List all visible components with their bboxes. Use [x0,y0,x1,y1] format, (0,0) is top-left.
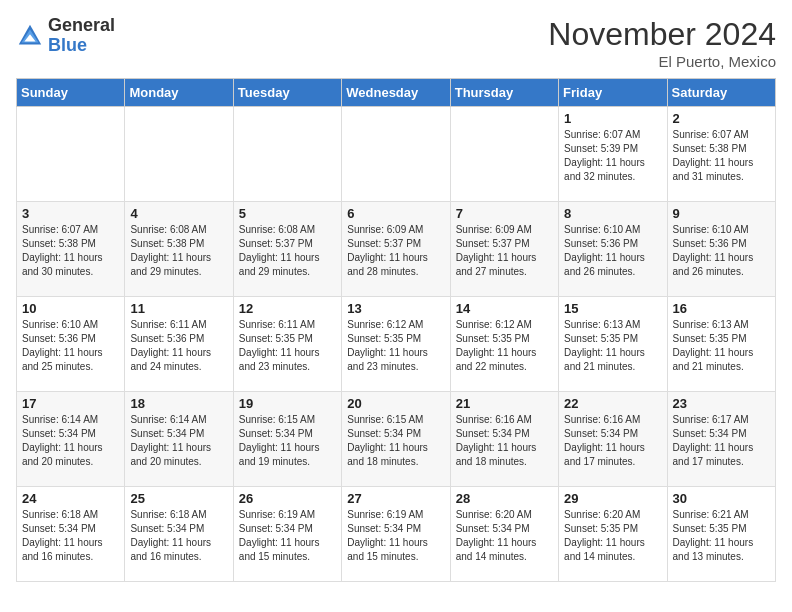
day-info: Sunrise: 6:13 AM Sunset: 5:35 PM Dayligh… [673,318,770,374]
calendar-cell: 14Sunrise: 6:12 AM Sunset: 5:35 PM Dayli… [450,297,558,392]
day-number: 27 [347,491,444,506]
logo: General Blue [16,16,115,56]
day-number: 15 [564,301,661,316]
calendar-cell: 3Sunrise: 6:07 AM Sunset: 5:38 PM Daylig… [17,202,125,297]
day-info: Sunrise: 6:15 AM Sunset: 5:34 PM Dayligh… [347,413,444,469]
calendar-cell: 25Sunrise: 6:18 AM Sunset: 5:34 PM Dayli… [125,487,233,582]
page-header: General Blue November 2024 El Puerto, Me… [16,16,776,70]
day-number: 2 [673,111,770,126]
calendar-cell: 23Sunrise: 6:17 AM Sunset: 5:34 PM Dayli… [667,392,775,487]
calendar-cell: 7Sunrise: 6:09 AM Sunset: 5:37 PM Daylig… [450,202,558,297]
day-number: 9 [673,206,770,221]
day-number: 20 [347,396,444,411]
header-tuesday: Tuesday [233,79,341,107]
calendar-cell: 18Sunrise: 6:14 AM Sunset: 5:34 PM Dayli… [125,392,233,487]
calendar-cell: 15Sunrise: 6:13 AM Sunset: 5:35 PM Dayli… [559,297,667,392]
calendar-week-2: 3Sunrise: 6:07 AM Sunset: 5:38 PM Daylig… [17,202,776,297]
calendar-cell [342,107,450,202]
day-number: 12 [239,301,336,316]
calendar-week-4: 17Sunrise: 6:14 AM Sunset: 5:34 PM Dayli… [17,392,776,487]
calendar-cell: 28Sunrise: 6:20 AM Sunset: 5:34 PM Dayli… [450,487,558,582]
day-info: Sunrise: 6:19 AM Sunset: 5:34 PM Dayligh… [239,508,336,564]
calendar-cell: 17Sunrise: 6:14 AM Sunset: 5:34 PM Dayli… [17,392,125,487]
day-info: Sunrise: 6:10 AM Sunset: 5:36 PM Dayligh… [673,223,770,279]
day-number: 24 [22,491,119,506]
day-info: Sunrise: 6:08 AM Sunset: 5:38 PM Dayligh… [130,223,227,279]
logo-icon [16,22,44,50]
calendar-cell [125,107,233,202]
day-info: Sunrise: 6:13 AM Sunset: 5:35 PM Dayligh… [564,318,661,374]
logo-general: General [48,16,115,36]
calendar-cell: 19Sunrise: 6:15 AM Sunset: 5:34 PM Dayli… [233,392,341,487]
header-saturday: Saturday [667,79,775,107]
day-number: 16 [673,301,770,316]
day-info: Sunrise: 6:10 AM Sunset: 5:36 PM Dayligh… [564,223,661,279]
calendar-cell: 30Sunrise: 6:21 AM Sunset: 5:35 PM Dayli… [667,487,775,582]
calendar-cell [17,107,125,202]
calendar-cell: 21Sunrise: 6:16 AM Sunset: 5:34 PM Dayli… [450,392,558,487]
day-info: Sunrise: 6:07 AM Sunset: 5:38 PM Dayligh… [22,223,119,279]
calendar-cell: 22Sunrise: 6:16 AM Sunset: 5:34 PM Dayli… [559,392,667,487]
day-number: 29 [564,491,661,506]
day-number: 28 [456,491,553,506]
day-info: Sunrise: 6:09 AM Sunset: 5:37 PM Dayligh… [456,223,553,279]
calendar-cell: 27Sunrise: 6:19 AM Sunset: 5:34 PM Dayli… [342,487,450,582]
calendar-header-row: SundayMondayTuesdayWednesdayThursdayFrid… [17,79,776,107]
calendar-cell: 26Sunrise: 6:19 AM Sunset: 5:34 PM Dayli… [233,487,341,582]
header-wednesday: Wednesday [342,79,450,107]
calendar-cell: 2Sunrise: 6:07 AM Sunset: 5:38 PM Daylig… [667,107,775,202]
day-number: 13 [347,301,444,316]
calendar-cell: 24Sunrise: 6:18 AM Sunset: 5:34 PM Dayli… [17,487,125,582]
header-sunday: Sunday [17,79,125,107]
day-info: Sunrise: 6:15 AM Sunset: 5:34 PM Dayligh… [239,413,336,469]
day-number: 19 [239,396,336,411]
calendar-cell: 5Sunrise: 6:08 AM Sunset: 5:37 PM Daylig… [233,202,341,297]
day-info: Sunrise: 6:11 AM Sunset: 5:35 PM Dayligh… [239,318,336,374]
title-block: November 2024 El Puerto, Mexico [548,16,776,70]
day-info: Sunrise: 6:19 AM Sunset: 5:34 PM Dayligh… [347,508,444,564]
day-number: 25 [130,491,227,506]
day-info: Sunrise: 6:09 AM Sunset: 5:37 PM Dayligh… [347,223,444,279]
day-number: 4 [130,206,227,221]
calendar-cell: 13Sunrise: 6:12 AM Sunset: 5:35 PM Dayli… [342,297,450,392]
header-monday: Monday [125,79,233,107]
calendar-week-5: 24Sunrise: 6:18 AM Sunset: 5:34 PM Dayli… [17,487,776,582]
day-number: 6 [347,206,444,221]
day-number: 26 [239,491,336,506]
day-number: 30 [673,491,770,506]
header-thursday: Thursday [450,79,558,107]
calendar-cell: 12Sunrise: 6:11 AM Sunset: 5:35 PM Dayli… [233,297,341,392]
day-number: 8 [564,206,661,221]
day-number: 14 [456,301,553,316]
day-number: 1 [564,111,661,126]
day-number: 23 [673,396,770,411]
calendar-cell: 20Sunrise: 6:15 AM Sunset: 5:34 PM Dayli… [342,392,450,487]
calendar-week-1: 1Sunrise: 6:07 AM Sunset: 5:39 PM Daylig… [17,107,776,202]
location: El Puerto, Mexico [548,53,776,70]
calendar-cell: 10Sunrise: 6:10 AM Sunset: 5:36 PM Dayli… [17,297,125,392]
day-info: Sunrise: 6:20 AM Sunset: 5:35 PM Dayligh… [564,508,661,564]
day-info: Sunrise: 6:18 AM Sunset: 5:34 PM Dayligh… [22,508,119,564]
calendar-table: SundayMondayTuesdayWednesdayThursdayFrid… [16,78,776,582]
calendar-cell: 4Sunrise: 6:08 AM Sunset: 5:38 PM Daylig… [125,202,233,297]
calendar-cell: 11Sunrise: 6:11 AM Sunset: 5:36 PM Dayli… [125,297,233,392]
calendar-week-3: 10Sunrise: 6:10 AM Sunset: 5:36 PM Dayli… [17,297,776,392]
day-info: Sunrise: 6:08 AM Sunset: 5:37 PM Dayligh… [239,223,336,279]
day-info: Sunrise: 6:17 AM Sunset: 5:34 PM Dayligh… [673,413,770,469]
day-info: Sunrise: 6:12 AM Sunset: 5:35 PM Dayligh… [456,318,553,374]
day-info: Sunrise: 6:20 AM Sunset: 5:34 PM Dayligh… [456,508,553,564]
calendar-cell: 9Sunrise: 6:10 AM Sunset: 5:36 PM Daylig… [667,202,775,297]
day-info: Sunrise: 6:16 AM Sunset: 5:34 PM Dayligh… [564,413,661,469]
day-number: 17 [22,396,119,411]
day-info: Sunrise: 6:18 AM Sunset: 5:34 PM Dayligh… [130,508,227,564]
day-info: Sunrise: 6:14 AM Sunset: 5:34 PM Dayligh… [22,413,119,469]
calendar-cell: 16Sunrise: 6:13 AM Sunset: 5:35 PM Dayli… [667,297,775,392]
day-info: Sunrise: 6:10 AM Sunset: 5:36 PM Dayligh… [22,318,119,374]
day-number: 10 [22,301,119,316]
month-title: November 2024 [548,16,776,53]
calendar-cell: 6Sunrise: 6:09 AM Sunset: 5:37 PM Daylig… [342,202,450,297]
day-info: Sunrise: 6:12 AM Sunset: 5:35 PM Dayligh… [347,318,444,374]
calendar-cell [450,107,558,202]
day-info: Sunrise: 6:11 AM Sunset: 5:36 PM Dayligh… [130,318,227,374]
day-number: 11 [130,301,227,316]
